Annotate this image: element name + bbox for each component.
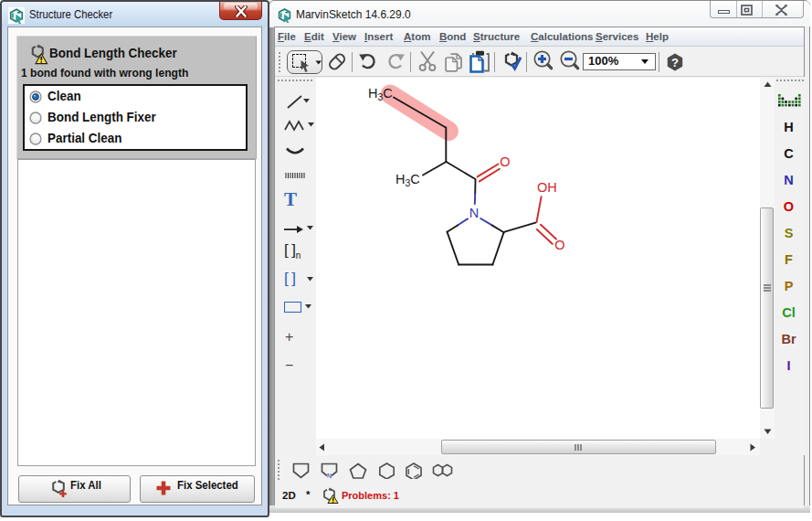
svg-text:N: N	[469, 206, 479, 220]
svg-text:H3C: H3C	[395, 172, 420, 188]
svg-text:O: O	[500, 154, 510, 169]
svg-text:O: O	[554, 238, 564, 252]
svg-text:H3C: H3C	[368, 86, 393, 102]
svg-text:N: N	[327, 473, 332, 479]
svg-text:OH: OH	[537, 180, 557, 195]
svg-text:?: ?	[671, 56, 679, 69]
